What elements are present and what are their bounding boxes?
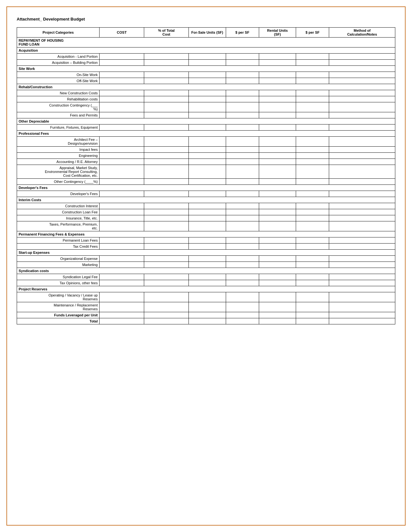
row-label-18: Accounting / R.E. Attorney [17, 159, 100, 165]
cell-18-0 [100, 159, 144, 165]
section-header-7: Rehab/Construction [17, 84, 395, 90]
row-label-5: On-Site Work [17, 72, 100, 78]
cell-33-5 [296, 262, 329, 268]
cell-15-1 [144, 137, 189, 147]
cell-32-5 [296, 256, 329, 262]
budget-table: Project Categories COST % of TotalCost F… [17, 27, 395, 324]
cell-11-3 [226, 112, 259, 118]
row-label-38: Operating / Vacancy / Lease upReserves [17, 292, 100, 302]
cell-26-3 [226, 215, 259, 221]
cell-27-1 [144, 221, 189, 231]
row-label-29: Permanent Loan Fees [17, 237, 100, 244]
section-header-14: Professional Fees [17, 131, 395, 137]
row-label-8: New Construction Costs [17, 90, 100, 96]
section-header-1: Acquisition [17, 47, 395, 54]
cell-6-4 [259, 78, 296, 84]
cell-15-5 [296, 137, 329, 147]
cell-25-0 [100, 209, 144, 215]
cell-16-4 [259, 147, 296, 153]
cell-3-4 [259, 60, 296, 66]
cell-22-2 [188, 191, 226, 197]
cell-5-0 [100, 72, 144, 78]
cell-25-1 [144, 209, 189, 215]
cell-33-4 [259, 262, 296, 268]
cell-19-4 [259, 165, 296, 179]
row-label-39: Maintenance / ReplacementReserves [17, 302, 100, 312]
cell-15-0 [100, 137, 144, 147]
cell-22-4 [259, 191, 296, 197]
cell-22-6 [329, 191, 395, 197]
cell-32-2 [188, 256, 226, 262]
row-label-25: Construction Loan Fee [17, 209, 100, 215]
cell-25-2 [188, 209, 226, 215]
cell-16-2 [188, 147, 226, 153]
cell-9-2 [188, 96, 226, 102]
cell-18-4 [259, 159, 296, 165]
cell-32-0 [100, 256, 144, 262]
cell-38-4 [259, 292, 296, 302]
cell-41-5 [296, 318, 329, 324]
cell-2-2 [188, 54, 226, 60]
cell-19-2 [188, 165, 226, 179]
cell-18-5 [296, 159, 329, 165]
cell-17-2 [188, 153, 226, 159]
header-for-sale-units: For-Sale Units (SF) [188, 28, 226, 38]
cell-16-5 [296, 147, 329, 153]
cell-8-2 [188, 90, 226, 96]
row-label-3: Acquisition – Building Portion [17, 60, 100, 66]
cell-11-2 [188, 112, 226, 118]
section-header-37: Project Reserves [17, 286, 395, 292]
cell-18-6 [329, 159, 395, 165]
cell-40-0 [100, 312, 144, 318]
cell-2-3 [226, 54, 259, 60]
section-header-23: Interim Costs [17, 197, 395, 203]
cell-17-5 [296, 153, 329, 159]
cell-3-5 [296, 60, 329, 66]
cell-15-6 [329, 137, 395, 147]
cell-38-1 [144, 292, 189, 302]
header-per-sf-1: $ per SF [226, 28, 259, 38]
cell-36-5 [296, 280, 329, 286]
cell-30-0 [100, 244, 144, 250]
cell-6-3 [226, 78, 259, 84]
cell-9-6 [329, 96, 395, 102]
cell-8-0 [100, 90, 144, 96]
cell-25-3 [226, 209, 259, 215]
row-label-35: Syndication Legal Fee [17, 274, 100, 280]
cell-39-5 [296, 302, 329, 312]
cell-8-1 [144, 90, 189, 96]
cell-27-6 [329, 221, 395, 231]
cell-40-3 [226, 312, 259, 318]
cell-16-6 [329, 147, 395, 153]
cell-8-4 [259, 90, 296, 96]
cell-11-4 [259, 112, 296, 118]
cell-26-5 [296, 215, 329, 221]
header-cost: COST [100, 28, 144, 38]
cell-3-0 [100, 60, 144, 66]
cell-35-1 [144, 274, 189, 280]
page-title: Attachment_ Development Budget [17, 17, 395, 21]
row-label-27: Taxes, Performance, Premium,etc. [17, 221, 100, 231]
row-label-30: Tax Credit Fees [17, 244, 100, 250]
row-label-2: Acquisition - Land Portion [17, 54, 100, 60]
cell-10-4 [259, 102, 296, 112]
cell-41-6 [329, 318, 395, 324]
cell-36-6 [329, 280, 395, 286]
header-rental-units: Rental Units(SF) [259, 28, 296, 38]
cell-10-6 [329, 102, 395, 112]
cell-25-6 [329, 209, 395, 215]
section-header-0: REPAYMENT OF HOUSINGFUND LOAN [17, 38, 395, 47]
row-label-10: Construction Contingency (___%) [17, 102, 100, 112]
cell-36-4 [259, 280, 296, 286]
cell-18-1 [144, 159, 189, 165]
cell-36-0 [100, 280, 144, 286]
section-header-34: Syndication costs [17, 268, 395, 274]
row-label-17: Engineering [17, 153, 100, 159]
cell-19-0 [100, 165, 144, 179]
cell-24-2 [188, 203, 226, 209]
cell-20-2 [188, 179, 226, 185]
cell-17-1 [144, 153, 189, 159]
cell-30-5 [296, 244, 329, 250]
cell-13-3 [226, 124, 259, 131]
row-label-40: Funds Leveraged per Unit [17, 312, 100, 318]
